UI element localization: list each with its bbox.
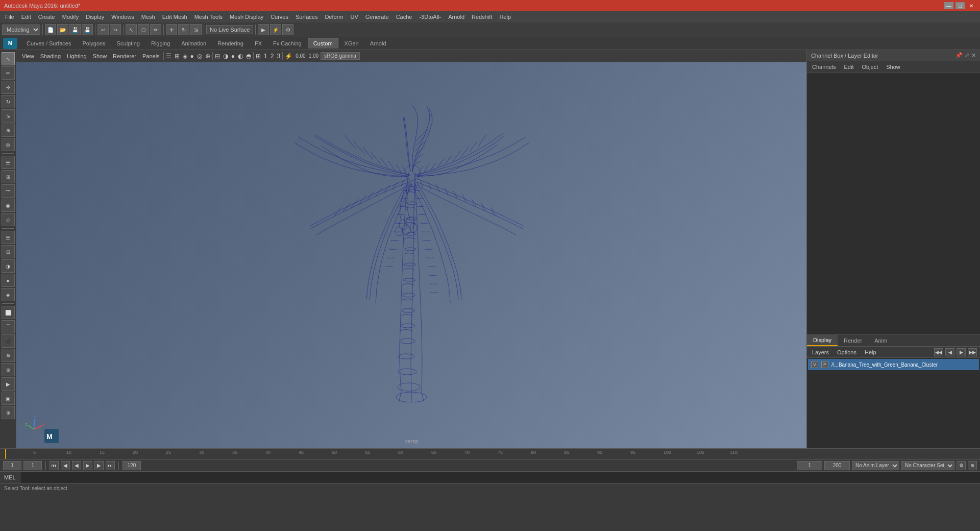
viewport-canvas[interactable]: Y X Z M persp [16,62,806,448]
move-btn[interactable]: ✛ [166,24,177,35]
layers-back-btn[interactable]: ◀◀ [934,348,943,356]
soft-mod-tool[interactable]: ◎ [2,138,15,151]
tab-xgen[interactable]: XGen [339,38,364,49]
vp-icon-6[interactable]: ⊕ [204,52,211,60]
menu-deform[interactable]: Deform [322,13,346,21]
view-menu[interactable]: View [19,52,37,60]
rotate-tool[interactable]: ↻ [2,95,15,108]
wireframe-btn[interactable]: ⊟ [2,245,15,258]
ipr-btn[interactable]: ⚡ [270,24,281,35]
deform-tool[interactable]: ≋ [2,349,15,362]
select-btn[interactable]: ↖ [126,24,137,35]
menu-meshdisplay[interactable]: Mesh Display [227,13,266,21]
menu-generate[interactable]: Generate [362,13,392,21]
anim-extra-btn[interactable]: ⊕ [968,461,977,470]
paint-select-tool[interactable]: ✏ [2,66,15,80]
tab-fx[interactable]: FX [250,38,267,49]
snap-curve[interactable]: 〜 [2,184,15,198]
maximize-button[interactable]: □ [955,2,965,9]
layer-p-label[interactable]: P [821,361,828,368]
render-btn[interactable]: ▶ [258,24,269,35]
edit-menu[interactable]: Edit [841,63,856,71]
vp-res1-icon[interactable]: 1 [263,52,268,60]
prev-frame-btn[interactable]: ◀ [61,461,70,470]
lasso-btn[interactable]: ⬡ [138,24,149,35]
save-btn[interactable]: 💾 [69,24,81,35]
panels-menu[interactable]: Panels [140,52,162,60]
layers-menu-item[interactable]: Layers [810,348,831,356]
select-tool[interactable]: ↖ [2,52,15,65]
minimize-button[interactable]: — [944,2,953,9]
vp-shade-icon[interactable]: ◑ [222,52,229,60]
close-panel-btn[interactable]: ✕ [971,52,976,59]
vp-icon-3[interactable]: ◈ [182,52,188,60]
snap-point[interactable]: ◉ [2,199,15,212]
menu-file[interactable]: File [2,13,17,21]
play-fwd-btn[interactable]: ▶ [83,461,92,470]
expand-btn[interactable]: ⤢ [965,52,969,59]
tab-fx-caching[interactable]: Fx Caching [268,38,307,49]
menu-arnold[interactable]: Arnold [445,13,468,21]
show-manip[interactable]: ☰ [2,156,15,169]
close-button[interactable]: ✕ [967,2,976,9]
new-file-btn[interactable]: 📄 [45,24,56,35]
tab-custom[interactable]: Custom [308,38,338,49]
scale-btn[interactable]: ⇲ [190,24,202,35]
scale-tool[interactable]: ⇲ [2,109,15,123]
menu-meshtools[interactable]: Mesh Tools [191,13,226,21]
vp-shade3-icon[interactable]: ◐ [237,52,244,60]
menu-curves[interactable]: Curves [267,13,291,21]
move-tool[interactable]: ✛ [2,81,15,94]
menu-mesh[interactable]: Mesh [138,13,158,21]
anim-tab[interactable]: Anim [868,335,893,346]
menu-cache[interactable]: Cache [393,13,415,21]
undo-btn[interactable]: ↩ [97,24,109,35]
pin-btn[interactable]: 📌 [955,52,963,59]
layers-next-btn[interactable]: ▶ [957,348,966,356]
surface-tool[interactable]: ⬛ [2,334,15,348]
tab-arnold[interactable]: Arnold [365,38,391,49]
menu-redshift[interactable]: Redshift [469,13,495,21]
rig-tool[interactable]: ⊗ [2,363,15,376]
range-end-input[interactable] [122,461,141,470]
universal-manip[interactable]: ⊕ [2,124,15,137]
poly-tool[interactable]: ⬜ [2,306,15,319]
extra-btn[interactable]: ⊕ [2,406,15,419]
open-file-btn[interactable]: 📂 [57,24,68,35]
timeline-track[interactable]: 5101520253035404550556065707580859095100… [0,449,806,459]
layers-options-menu[interactable]: Options [835,348,859,356]
command-input[interactable] [20,472,980,483]
play-back-btn[interactable]: ◀ [72,461,81,470]
tab-polygons[interactable]: Polygons [77,38,110,49]
menu-help[interactable]: Help [496,13,514,21]
vp-icon-1[interactable]: ☰ [165,52,173,60]
char-set-select[interactable]: No Character Set [901,461,954,470]
anim-tool[interactable]: ▶ [2,377,15,391]
go-end-btn[interactable]: ⏭ [106,461,115,470]
anim-settings-btn[interactable]: ⚙ [957,461,966,470]
paint-btn[interactable]: ✏ [150,24,161,35]
menu-dtoall[interactable]: -3DtoAll- [416,13,444,21]
anim-end-input[interactable] [824,461,850,470]
layer-v-label[interactable]: V [811,361,818,368]
layers-end-btn[interactable]: ▶▶ [968,348,977,356]
vp-res2-icon[interactable]: 2 [270,52,275,60]
menu-modify[interactable]: Modify [59,13,82,21]
menu-display[interactable]: Display [83,13,107,21]
menu-editmesh[interactable]: Edit Mesh [159,13,190,21]
snap-grid[interactable]: ⊞ [2,170,15,183]
current-frame-input[interactable] [23,461,42,470]
show-menu[interactable]: Show [90,52,110,60]
layer-item[interactable]: V P /\...Banana_Tree_with_Green_Banana_C… [808,359,979,370]
tab-curves---surfaces[interactable]: Curves / Surfaces [21,38,76,49]
menu-uv[interactable]: UV [347,13,361,21]
anim-start-input[interactable] [797,461,822,470]
menu-windows[interactable]: Windows [108,13,137,21]
vp-grid-icon[interactable]: ⊞ [255,52,262,60]
go-start-btn[interactable]: ⏮ [50,461,59,470]
shaded-btn[interactable]: ◑ [2,259,15,273]
snap-view[interactable]: ◇ [2,213,15,226]
workspace-selector[interactable]: Modeling [2,25,40,35]
rotate-btn[interactable]: ↻ [178,24,189,35]
next-frame-btn[interactable]: ▶ [94,461,104,470]
